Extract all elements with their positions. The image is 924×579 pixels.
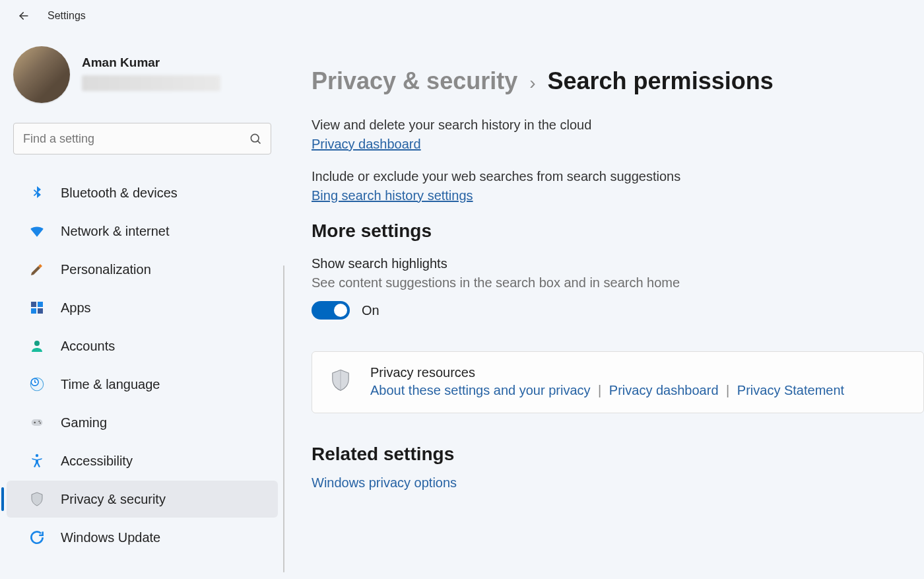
titlebar: Settings — [0, 0, 924, 28]
about-settings-privacy-link[interactable]: About these settings and your privacy — [370, 383, 591, 397]
svg-rect-4 — [38, 308, 43, 314]
svg-rect-2 — [38, 302, 43, 307]
person-icon — [28, 337, 46, 355]
highlights-toggle[interactable] — [312, 301, 350, 320]
svg-rect-1 — [31, 302, 36, 307]
sidebar-item-time-language[interactable]: Time & language — [7, 366, 278, 403]
privacy-dashboard-link[interactable]: Privacy dashboard — [312, 137, 421, 152]
page-title: Search permissions — [548, 67, 774, 95]
sidebar-item-apps[interactable]: Apps — [7, 289, 278, 326]
gamepad-icon — [28, 413, 46, 432]
sidebar-item-gaming[interactable]: Gaming — [7, 404, 278, 441]
bing-settings-text: Include or exclude your web searches fro… — [312, 169, 906, 184]
breadcrumb-parent[interactable]: Privacy & security — [312, 67, 517, 95]
sidebar-item-label: Gaming — [61, 415, 107, 430]
main-content: Privacy & security › Search permissions … — [285, 28, 924, 579]
bing-history-link[interactable]: Bing search history settings — [312, 188, 473, 203]
nav-list: Bluetooth & devices Network & internet P… — [0, 173, 284, 557]
wifi-icon — [28, 222, 46, 240]
profile-email-blurred — [82, 75, 220, 91]
sidebar-item-label: Windows Update — [61, 530, 160, 545]
back-button[interactable] — [16, 8, 32, 24]
privacy-resources-links: About these settings and your privacy | … — [370, 383, 844, 398]
sidebar-item-windows-update[interactable]: Windows Update — [7, 519, 278, 556]
sidebar-item-accessibility[interactable]: Accessibility — [7, 442, 278, 479]
sidebar-item-privacy-security[interactable]: Privacy & security — [7, 481, 278, 518]
sidebar-item-label: Privacy & security — [61, 492, 166, 507]
sidebar-item-label: Bluetooth & devices — [61, 186, 178, 201]
sidebar-item-accounts[interactable]: Accounts — [7, 327, 278, 364]
more-settings-heading: More settings — [312, 221, 924, 242]
arrow-left-icon — [17, 9, 30, 22]
brush-icon — [28, 260, 46, 279]
search-wrap — [13, 123, 271, 154]
svg-rect-3 — [31, 308, 36, 314]
svg-point-9 — [34, 422, 36, 424]
profile-block[interactable]: Aman Kumar — [0, 46, 284, 123]
svg-point-11 — [40, 423, 41, 424]
sidebar-item-label: Network & internet — [61, 224, 170, 239]
update-icon — [28, 528, 46, 547]
clock-globe-icon — [28, 375, 46, 393]
highlights-subtext: See content suggestions in the search bo… — [312, 275, 924, 290]
privacy-resources-title: Privacy resources — [370, 365, 844, 380]
highlights-title: Show search highlights — [312, 256, 906, 271]
privacy-resources-card: Privacy resources About these settings a… — [312, 351, 924, 413]
toggle-state-label: On — [362, 303, 380, 318]
sidebar: Aman Kumar Bluetooth & devices Network &… — [0, 28, 285, 579]
privacy-statement-link[interactable]: Privacy Statement — [737, 383, 844, 397]
shield-icon — [28, 490, 46, 508]
privacy-dashboard-link-2[interactable]: Privacy dashboard — [609, 383, 719, 397]
sidebar-item-network[interactable]: Network & internet — [7, 213, 278, 250]
apps-icon — [28, 298, 46, 317]
svg-rect-8 — [32, 419, 43, 426]
search-input[interactable] — [13, 123, 271, 154]
app-title: Settings — [48, 10, 86, 22]
sidebar-item-label: Personalization — [61, 262, 151, 277]
search-icon — [249, 132, 262, 145]
svg-point-0 — [251, 134, 259, 142]
chevron-right-icon: › — [529, 73, 535, 94]
sidebar-item-label: Time & language — [61, 377, 160, 392]
sidebar-item-personalization[interactable]: Personalization — [7, 251, 278, 288]
windows-privacy-options-link[interactable]: Windows privacy options — [312, 475, 924, 491]
sidebar-item-label: Apps — [61, 300, 91, 316]
shield-icon — [329, 369, 352, 394]
svg-point-5 — [34, 341, 40, 346]
related-settings-heading: Related settings — [312, 444, 924, 465]
accessibility-icon — [28, 452, 46, 470]
breadcrumb: Privacy & security › Search permissions — [312, 67, 924, 95]
sidebar-item-label: Accounts — [61, 339, 115, 354]
bluetooth-icon — [28, 184, 46, 202]
sidebar-item-label: Accessibility — [61, 454, 133, 469]
sidebar-item-bluetooth[interactable]: Bluetooth & devices — [7, 174, 278, 211]
profile-name: Aman Kumar — [82, 55, 220, 70]
svg-point-10 — [38, 421, 40, 422]
svg-point-12 — [36, 454, 38, 457]
cloud-history-text: View and delete your search history in t… — [312, 118, 906, 133]
avatar — [13, 46, 70, 103]
